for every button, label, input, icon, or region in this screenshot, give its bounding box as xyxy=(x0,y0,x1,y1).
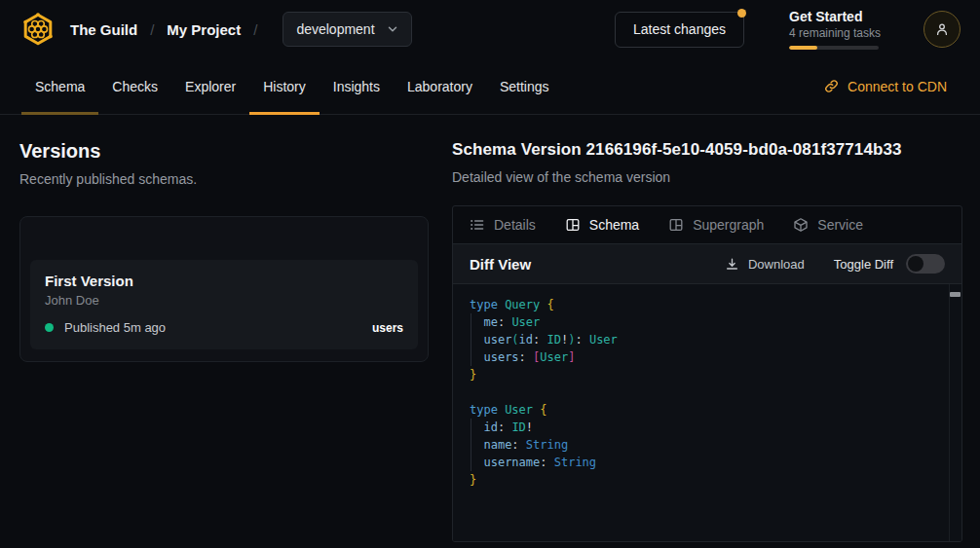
schema-version-title: Schema Version 2166196f-5e10-4059-bd0a-0… xyxy=(452,140,962,160)
versions-panel: Versions Recently published schemas. Fir… xyxy=(19,140,429,542)
diff-view-title: Diff View xyxy=(470,256,531,273)
code-line: } xyxy=(470,366,932,384)
breadcrumb: The Guild / My Project / development xyxy=(19,11,412,48)
versions-subtitle: Recently published schemas. xyxy=(19,171,429,187)
diff-view-header: Diff View Download Toggle Diff xyxy=(453,243,961,284)
get-started-progress-fill xyxy=(789,46,817,50)
tab-service[interactable]: Service xyxy=(793,217,863,233)
main-content: Versions Recently published schemas. Fir… xyxy=(0,115,980,542)
get-started-progress-bar xyxy=(789,46,879,50)
latest-changes-button[interactable]: Latest changes xyxy=(615,12,744,48)
service-name-badge: users xyxy=(372,321,403,335)
code-lines: type Query { me: User user(id: ID!): Use… xyxy=(453,284,961,500)
code-line: type User { xyxy=(470,401,932,419)
top-bar-actions: Latest changes Get Started 4 remaining t… xyxy=(615,9,961,50)
download-icon xyxy=(725,257,739,272)
tab-insights[interactable]: Insights xyxy=(320,58,394,114)
guild-hive-logo-icon[interactable] xyxy=(19,11,57,48)
connect-to-cdn-link[interactable]: Connect to CDN xyxy=(824,79,947,94)
tab-checks[interactable]: Checks xyxy=(98,58,171,114)
tab-supergraph-label: Supergraph xyxy=(693,217,764,233)
detail-tab-list: Details Schema xyxy=(453,206,961,243)
code-line: name: String xyxy=(470,436,932,454)
tab-schema-view-label: Schema xyxy=(589,217,639,233)
notification-dot xyxy=(737,9,746,18)
code-line: type Query { xyxy=(470,296,932,313)
target-selector-value: development xyxy=(296,21,374,37)
code-scrollbar-thumb[interactable] xyxy=(950,292,961,297)
code-line: id: ID! xyxy=(470,419,932,436)
get-started-widget[interactable]: Get Started 4 remaining tasks xyxy=(789,9,879,50)
download-label: Download xyxy=(748,257,805,272)
indent-guide xyxy=(471,313,471,366)
tab-schema-view[interactable]: Schema xyxy=(565,217,639,233)
tab-service-label: Service xyxy=(817,217,863,233)
diff-view-actions: Download Toggle Diff xyxy=(719,254,945,274)
code-line: users: [User] xyxy=(470,348,932,366)
tab-history[interactable]: History xyxy=(249,58,320,114)
columns-icon xyxy=(565,217,581,233)
target-selector-dropdown[interactable]: development xyxy=(283,12,411,47)
latest-changes-label: Latest changes xyxy=(633,21,726,37)
chevron-down-icon xyxy=(387,23,398,35)
tab-explorer[interactable]: Explorer xyxy=(171,58,249,114)
nav-spacer xyxy=(563,58,825,114)
version-status-text: Published 5m ago xyxy=(64,320,166,335)
cube-icon xyxy=(793,217,809,233)
version-list-item[interactable]: First Version John Doe Published 5m ago … xyxy=(30,260,418,349)
tab-supergraph[interactable]: Supergraph xyxy=(668,217,764,233)
code-line: me: User xyxy=(470,313,932,331)
org-breadcrumb-link[interactable]: The Guild xyxy=(70,21,137,38)
versions-card: First Version John Doe Published 5m ago … xyxy=(19,216,429,362)
target-nav-tabs: Schema Checks Explorer History Insights … xyxy=(0,58,980,115)
user-avatar-button[interactable] xyxy=(923,11,961,48)
columns-icon xyxy=(668,217,684,233)
tab-laboratory[interactable]: Laboratory xyxy=(394,58,486,114)
code-line: user(id: ID!): User xyxy=(470,331,932,348)
toggle-diff-control: Toggle Diff xyxy=(834,254,945,274)
connect-to-cdn-label: Connect to CDN xyxy=(848,79,947,94)
tab-settings[interactable]: Settings xyxy=(486,58,563,114)
code-line: } xyxy=(470,471,932,489)
code-line xyxy=(470,384,932,401)
schema-version-subtitle: Detailed view of the schema version xyxy=(452,169,962,185)
top-bar: The Guild / My Project / development Lat… xyxy=(0,0,980,58)
tab-details-label: Details xyxy=(494,217,536,233)
version-detail-panel: Schema Version 2166196f-5e10-4059-bd0a-0… xyxy=(452,140,962,542)
version-author: John Doe xyxy=(45,293,403,308)
code-line: username: String xyxy=(470,454,932,471)
link-icon xyxy=(824,79,839,93)
code-scrollbar-track[interactable] xyxy=(949,284,961,541)
breadcrumb-separator: / xyxy=(241,21,270,38)
toggle-knob xyxy=(908,256,923,272)
get-started-title: Get Started xyxy=(789,9,879,24)
user-icon xyxy=(934,21,950,37)
toggle-diff-switch[interactable] xyxy=(906,254,945,274)
indent-guide xyxy=(471,419,471,471)
tab-details[interactable]: Details xyxy=(470,217,536,233)
tab-schema[interactable]: Schema xyxy=(21,58,98,114)
download-button[interactable]: Download xyxy=(719,256,810,273)
version-name: First Version xyxy=(45,273,403,289)
schema-code-viewer[interactable]: type Query { me: User user(id: ID!): Use… xyxy=(453,284,961,541)
version-status-row: Published 5m ago users xyxy=(45,320,403,335)
versions-title: Versions xyxy=(19,140,429,163)
get-started-subtitle: 4 remaining tasks xyxy=(789,26,879,40)
project-breadcrumb-link[interactable]: My Project xyxy=(167,21,241,38)
list-icon xyxy=(470,217,485,233)
schema-detail-card: Details Schema xyxy=(452,205,962,542)
breadcrumb-separator: / xyxy=(137,21,167,38)
toggle-diff-label: Toggle Diff xyxy=(834,257,893,272)
published-status-dot xyxy=(45,323,54,332)
